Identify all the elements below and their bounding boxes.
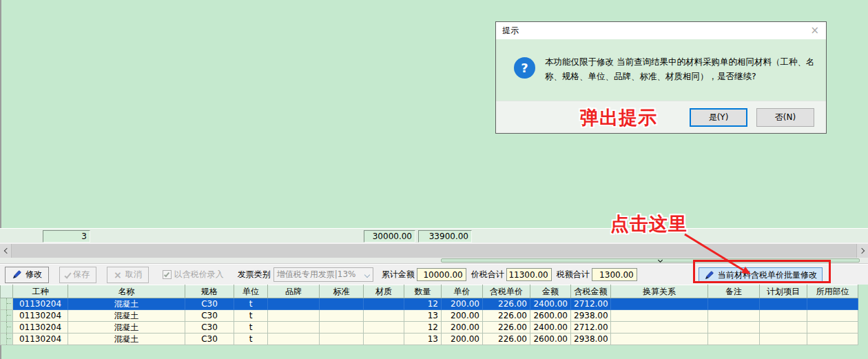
table-cell[interactable] xyxy=(708,298,760,310)
table-cell[interactable] xyxy=(364,322,404,334)
table-cell[interactable]: 13 xyxy=(404,334,442,345)
table-cell[interactable] xyxy=(807,334,858,345)
table-cell[interactable]: 200.00 xyxy=(442,298,483,310)
table-cell[interactable]: 01130204 xyxy=(13,310,68,322)
table-cell[interactable]: 200.00 xyxy=(442,322,483,334)
table-cell[interactable] xyxy=(364,310,404,322)
table-cell[interactable]: 12 xyxy=(404,322,442,334)
table-cell[interactable]: 01130204 xyxy=(13,334,68,345)
table-cell[interactable]: 226.00 xyxy=(483,298,530,310)
table-cell[interactable] xyxy=(320,310,364,322)
table-cell[interactable] xyxy=(708,322,760,334)
table-cell[interactable]: t xyxy=(234,298,268,310)
table-cell[interactable]: 混凝土 xyxy=(68,334,185,345)
scroll-right-button[interactable] xyxy=(856,244,868,258)
table-cell[interactable] xyxy=(320,334,364,345)
table-cell[interactable]: 200.00 xyxy=(442,310,483,322)
table-cell[interactable]: 2712.00 xyxy=(571,322,611,334)
price-tax-total-field[interactable]: 11300.00 xyxy=(506,268,552,281)
table-cell[interactable]: 2400.00 xyxy=(530,298,571,310)
table-cell[interactable] xyxy=(364,298,404,310)
column-header[interactable]: 单位 xyxy=(234,285,268,298)
column-header[interactable]: 含税单价 xyxy=(483,285,530,298)
table-cell[interactable]: 13 xyxy=(404,310,442,322)
save-button[interactable]: 保存 xyxy=(59,267,96,283)
table-cell[interactable] xyxy=(760,310,807,322)
dialog-titlebar[interactable]: 提示 × xyxy=(496,22,826,39)
table-cell[interactable] xyxy=(364,334,404,345)
table-cell[interactable]: 混凝土 xyxy=(68,298,185,310)
table-row[interactable]: 01130204混凝土C30t13200.00226.002600.002938… xyxy=(1,334,858,345)
column-header[interactable]: 材质 xyxy=(364,285,404,298)
no-button[interactable]: 否(N) xyxy=(756,108,814,127)
column-header[interactable]: 所用部位 xyxy=(807,285,858,298)
table-cell[interactable]: 01130204 xyxy=(13,322,68,334)
table-cell[interactable] xyxy=(268,334,320,345)
column-header[interactable]: 规格 xyxy=(185,285,234,298)
table-cell[interactable]: 2400.00 xyxy=(530,322,571,334)
table-cell[interactable]: 2938.00 xyxy=(571,334,611,345)
yes-button[interactable]: 是(Y) xyxy=(690,108,747,127)
tax-price-entry-checkbox[interactable] xyxy=(163,270,172,279)
table-cell[interactable] xyxy=(611,310,708,322)
table-cell[interactable]: 01130204 xyxy=(13,298,68,310)
table-row[interactable]: 01130204混凝土C30t12200.00226.002400.002712… xyxy=(1,322,858,334)
column-header[interactable]: 单价 xyxy=(442,285,483,298)
table-cell[interactable] xyxy=(708,310,760,322)
table-cell[interactable] xyxy=(268,310,320,322)
cancel-button[interactable]: × 取消 xyxy=(107,267,149,283)
column-header[interactable]: 备注 xyxy=(708,285,760,298)
table-cell[interactable] xyxy=(708,334,760,345)
table-cell[interactable]: 226.00 xyxy=(483,310,530,322)
column-header[interactable]: 名称 xyxy=(68,285,185,298)
table-cell[interactable] xyxy=(320,322,364,334)
column-header[interactable]: 金额 xyxy=(530,285,571,298)
table-cell[interactable]: t xyxy=(234,310,268,322)
table-cell[interactable]: 混凝土 xyxy=(68,322,185,334)
table-cell[interactable] xyxy=(760,298,807,310)
scroll-left-button[interactable] xyxy=(0,244,12,258)
table-cell[interactable]: 226.00 xyxy=(483,322,530,334)
tax-total-field[interactable]: 1300.00 xyxy=(592,268,637,281)
table-cell[interactable] xyxy=(268,322,320,334)
invoice-type-select[interactable]: 增值税专用发票|13% xyxy=(273,267,373,282)
table-row[interactable]: 01130204混凝土C30t13200.00226.002600.002938… xyxy=(1,310,858,322)
table-cell[interactable] xyxy=(760,334,807,345)
table-cell[interactable] xyxy=(807,310,858,322)
table-cell[interactable] xyxy=(611,334,708,345)
table-cell[interactable] xyxy=(807,298,858,310)
table-cell[interactable]: 2600.00 xyxy=(530,310,571,322)
row-gutter xyxy=(1,322,13,334)
table-cell[interactable]: C30 xyxy=(185,298,234,310)
table-cell[interactable] xyxy=(611,322,708,334)
table-cell[interactable]: 2600.00 xyxy=(530,334,571,345)
table-cell[interactable]: 混凝土 xyxy=(68,310,185,322)
table-cell[interactable]: C30 xyxy=(185,310,234,322)
table-row[interactable]: 01130204混凝土C30t12200.00226.002400.002712… xyxy=(1,298,858,310)
table-cell[interactable]: t xyxy=(234,322,268,334)
column-header[interactable]: 数量 xyxy=(404,285,442,298)
modify-button[interactable]: 修改 xyxy=(5,267,49,283)
table-cell[interactable]: t xyxy=(234,334,268,345)
table-cell[interactable]: C30 xyxy=(185,334,234,345)
column-header[interactable]: 换算关系 xyxy=(611,285,708,298)
table-cell[interactable] xyxy=(320,298,364,310)
table-cell[interactable] xyxy=(268,298,320,310)
x-icon: × xyxy=(114,270,122,280)
table-cell[interactable]: 12 xyxy=(404,298,442,310)
column-header[interactable]: 标准 xyxy=(320,285,364,298)
table-cell[interactable]: 226.00 xyxy=(483,334,530,345)
table-cell[interactable]: 200.00 xyxy=(442,334,483,345)
table-cell[interactable]: 2938.00 xyxy=(571,310,611,322)
column-header[interactable]: 计划项目 xyxy=(760,285,807,298)
table-cell[interactable]: C30 xyxy=(185,322,234,334)
table-cell[interactable] xyxy=(611,298,708,310)
table-cell[interactable] xyxy=(760,322,807,334)
column-header[interactable]: 品牌 xyxy=(268,285,320,298)
cumulative-amount-field[interactable]: 10000.00 xyxy=(417,268,466,281)
table-cell[interactable] xyxy=(807,322,858,334)
close-icon[interactable]: × xyxy=(810,22,819,39)
column-header[interactable]: 含税金额 xyxy=(571,285,611,298)
table-cell[interactable]: 2712.00 xyxy=(571,298,611,310)
column-header[interactable]: 工种 xyxy=(13,285,68,298)
